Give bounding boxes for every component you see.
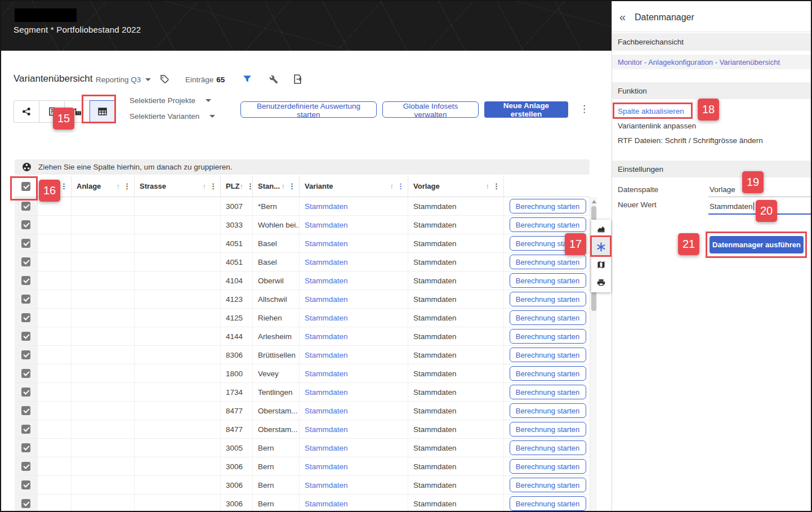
header-strasse[interactable]: Strasse↑⋮ xyxy=(135,176,221,197)
row-checkbox[interactable] xyxy=(21,350,30,359)
variante-link[interactable]: Stammdaten xyxy=(305,462,348,471)
variante-link[interactable]: Stammdaten xyxy=(305,351,348,359)
header-anlage[interactable]: Anlage↑⋮ xyxy=(72,176,135,197)
column-menu-icon[interactable]: ⋮ xyxy=(60,182,68,190)
start-calculation-button[interactable]: Berechnung starten xyxy=(510,217,586,232)
variante-link[interactable]: Stammdaten xyxy=(305,277,348,285)
start-calculation-button[interactable]: Berechnung starten xyxy=(510,366,586,381)
variante-link[interactable]: Stammdaten xyxy=(305,481,348,489)
start-calculation-button[interactable]: Berechnung starten xyxy=(510,329,586,344)
table-row[interactable]: 3007 *Bern Stammdaten Stammdaten Berechn… xyxy=(15,197,590,216)
table-row[interactable]: 1800 Vevey Stammdaten Stammdaten Berechn… xyxy=(15,364,590,383)
chart-tool-button[interactable] xyxy=(591,220,611,238)
select-all-checkbox[interactable] xyxy=(21,182,30,191)
start-calculation-button[interactable]: Berechnung starten xyxy=(510,292,586,306)
global-infosets-button[interactable]: Globale Infosets verwalten xyxy=(382,101,479,118)
row-checkbox[interactable] xyxy=(21,257,30,266)
header-vorlage[interactable]: Vorlage↑⋮ xyxy=(408,176,504,197)
fachbereich-link[interactable]: Monitor - Anlagekonfiguration - Variante… xyxy=(618,58,780,66)
start-calculation-button[interactable]: Berechnung starten xyxy=(510,310,586,325)
start-calculation-button[interactable]: Berechnung starten xyxy=(510,422,586,437)
start-calculation-button[interactable]: Berechnung starten xyxy=(510,496,586,511)
neuer-wert-input[interactable]: Stammdaten xyxy=(710,202,754,211)
variante-link[interactable]: Stammdaten xyxy=(305,295,348,304)
sort-asc-icon[interactable]: ↑ xyxy=(282,182,285,190)
table-row[interactable]: 3033 Wohlen bei... Stammdaten Stammdaten… xyxy=(15,216,590,234)
table-row[interactable]: 4144 Arlesheim Stammdaten Stammdaten Ber… xyxy=(15,327,590,346)
funktion-spalte-aktualisieren[interactable]: Spalte aktualisieren xyxy=(618,107,684,115)
header-standort[interactable]: Stan...↑⋮ xyxy=(253,176,300,197)
fachbereich-link-row[interactable]: Monitor - Anlagekonfiguration - Variante… xyxy=(612,55,812,69)
more-options-icon[interactable]: ⋮ xyxy=(579,104,589,114)
row-checkbox[interactable] xyxy=(21,332,30,341)
sort-asc-icon[interactable]: ↑ xyxy=(203,182,207,190)
column-menu-icon[interactable]: ⋮ xyxy=(493,182,500,190)
table-view-button[interactable] xyxy=(90,100,115,123)
sort-asc-icon[interactable]: ↑ xyxy=(240,182,244,190)
map-tool-button[interactable] xyxy=(591,256,611,274)
column-menu-icon[interactable]: ⋮ xyxy=(209,182,217,190)
table-row[interactable]: 3006 Bern Stammdaten Stammdaten Berechnu… xyxy=(15,495,590,512)
variante-link[interactable]: Stammdaten xyxy=(305,388,348,397)
table-row[interactable]: 1734 Tentlingen Stammdaten Stammdaten Be… xyxy=(15,383,590,402)
column-menu-icon[interactable]: ⋮ xyxy=(397,182,404,190)
table-row[interactable]: 3006 Bern Stammdaten Stammdaten Berechnu… xyxy=(15,457,590,476)
hierarchy-view-button[interactable] xyxy=(14,100,39,123)
sort-asc-icon[interactable]: ↑ xyxy=(486,182,490,190)
table-row[interactable]: 4104 Oberwil Stammdaten Stammdaten Berec… xyxy=(15,271,590,290)
variante-link[interactable]: Stammdaten xyxy=(305,500,348,508)
custom-evaluation-button[interactable]: Benutzerdefinierte Auswertung starten xyxy=(240,101,377,118)
row-checkbox[interactable] xyxy=(21,369,30,378)
funktion-rtf-dateien[interactable]: RTF Dateien: Schrift / Schriftgrösse änd… xyxy=(618,136,763,145)
column-menu-icon[interactable]: ⋮ xyxy=(123,182,131,190)
row-checkbox[interactable] xyxy=(21,443,30,452)
header-variante[interactable]: Variante↑⋮ xyxy=(300,176,408,197)
row-checkbox[interactable] xyxy=(21,313,30,322)
row-checkbox[interactable] xyxy=(21,295,30,304)
table-row[interactable]: 8306 Brüttisellen Stammdaten Stammdaten … xyxy=(15,346,590,364)
start-calculation-button[interactable]: Berechnung starten xyxy=(510,255,586,269)
wrench-icon[interactable] xyxy=(269,75,278,84)
datenspalte-value[interactable]: Vorlage xyxy=(710,185,735,194)
start-calculation-button[interactable]: Berechnung starten xyxy=(510,348,586,362)
row-checkbox[interactable] xyxy=(21,388,30,397)
row-checkbox[interactable] xyxy=(21,462,30,471)
table-row[interactable]: 4051 Basel Stammdaten Stammdaten Berechn… xyxy=(15,234,590,253)
row-checkbox[interactable] xyxy=(21,202,30,211)
start-calculation-button[interactable]: Berechnung starten xyxy=(510,478,586,492)
variante-link[interactable]: Stammdaten xyxy=(305,444,348,452)
table-row[interactable]: 8477 Oberstam... Stammdaten Stammdaten B… xyxy=(15,420,590,439)
variante-link[interactable]: Stammdaten xyxy=(305,239,348,248)
print-tool-button[interactable] xyxy=(591,274,611,292)
row-checkbox[interactable] xyxy=(21,406,30,415)
variante-link[interactable]: Stammdaten xyxy=(305,425,348,434)
table-row[interactable]: 8477 Oberstam... Stammdaten Stammdaten B… xyxy=(15,402,590,420)
row-checkbox[interactable] xyxy=(21,425,30,434)
table-row[interactable]: 3005 Bern Stammdaten Stammdaten Berechnu… xyxy=(15,439,590,457)
table-row[interactable]: 4123 Allschwil Stammdaten Stammdaten Ber… xyxy=(15,290,590,309)
export-icon[interactable] xyxy=(293,74,302,84)
column-menu-icon[interactable]: ⋮ xyxy=(288,182,296,190)
new-facility-button[interactable]: Neue Anlage erstellen xyxy=(484,101,568,118)
row-checkbox[interactable] xyxy=(21,276,30,285)
row-checkbox[interactable] xyxy=(21,220,30,229)
table-row[interactable]: 3006 Bern Stammdaten Stammdaten Berechnu… xyxy=(15,476,590,495)
collapse-panel-icon[interactable]: « xyxy=(619,11,626,24)
start-calculation-button[interactable]: Berechnung starten xyxy=(510,199,586,213)
funktion-variantenlink-anpassen[interactable]: Variantenlink anpassen xyxy=(618,122,696,130)
run-datamanager-button[interactable]: Datenmanager ausführen xyxy=(710,236,804,253)
table-row[interactable]: 4051 Basel Stammdaten Stammdaten Berechn… xyxy=(15,253,590,271)
start-calculation-button[interactable]: Berechnung starten xyxy=(510,403,586,418)
tag-icon[interactable] xyxy=(159,74,169,84)
row-checkbox[interactable] xyxy=(21,239,30,248)
selected-projects-dropdown[interactable]: Selektierte Projekte xyxy=(130,96,211,105)
datamanager-tool-button[interactable] xyxy=(591,238,611,256)
row-checkbox[interactable] xyxy=(21,499,30,508)
table-row[interactable]: 4125 Riehen Stammdaten Stammdaten Berech… xyxy=(15,309,590,327)
variante-link[interactable]: Stammdaten xyxy=(305,258,348,266)
sort-asc-icon[interactable]: ↑ xyxy=(390,182,394,190)
scroll-up-icon[interactable] xyxy=(592,200,596,203)
variante-link[interactable]: Stammdaten xyxy=(305,369,348,378)
variante-link[interactable]: Stammdaten xyxy=(305,314,348,322)
start-calculation-button[interactable]: Berechnung starten xyxy=(510,385,586,399)
